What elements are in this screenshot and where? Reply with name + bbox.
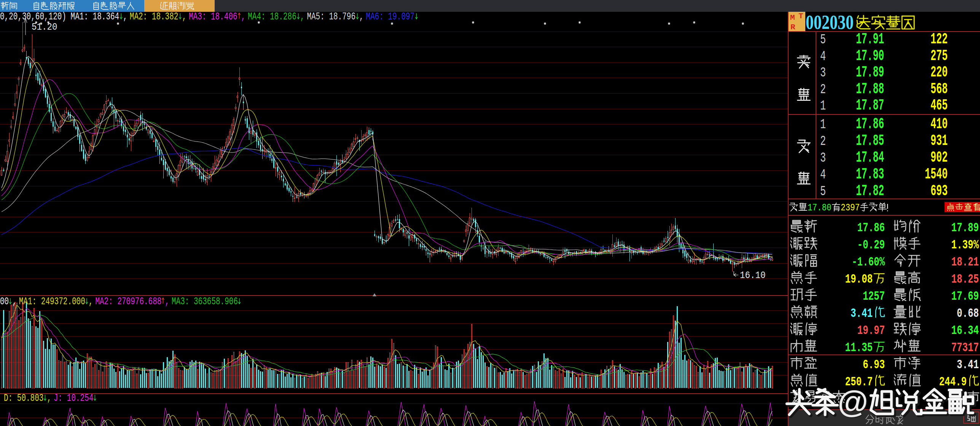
svg-text:18.21: 18.21 (951, 255, 979, 269)
svg-text:002030: 002030 (806, 11, 854, 33)
svg-text:,: , (241, 11, 246, 22)
svg-text:4: 4 (820, 167, 826, 183)
svg-text:693: 693 (931, 183, 948, 200)
svg-text:6.93: 6.93 (863, 358, 885, 372)
svg-text:3.41: 3.41 (851, 306, 873, 321)
svg-text:77317: 77317 (951, 340, 979, 355)
svg-text:,: , (182, 11, 186, 22)
svg-text:410: 410 (931, 116, 948, 133)
svg-text:275: 275 (931, 48, 948, 65)
svg-text:MA3: 18.406: MA3: 18.406 (189, 11, 237, 22)
svg-text:3.41: 3.41 (957, 358, 979, 372)
svg-text:2397: 2397 (841, 202, 860, 213)
svg-text:17.91: 17.91 (856, 31, 884, 48)
svg-text:931: 931 (931, 132, 948, 149)
svg-text:4: 4 (820, 49, 826, 64)
svg-text:17.86: 17.86 (856, 116, 884, 133)
svg-text:5: 5 (820, 184, 826, 199)
svg-text:17.89: 17.89 (951, 221, 979, 235)
svg-text:17.90: 17.90 (856, 48, 884, 65)
svg-text:,: , (12, 296, 17, 307)
svg-text:220: 220 (931, 64, 948, 81)
svg-text:J: 10.254: J: 10.254 (54, 393, 93, 404)
svg-text:2: 2 (820, 82, 826, 97)
svg-text:19.97: 19.97 (857, 323, 885, 338)
svg-text:MA1: 249372.000: MA1: 249372.000 (19, 296, 85, 307)
svg-text:D: 50.803: D: 50.803 (4, 393, 43, 404)
svg-text:17.87: 17.87 (856, 97, 884, 114)
svg-text:MA2: 18.382: MA2: 18.382 (130, 11, 178, 22)
svg-text:MA5: 18.796: MA5: 18.796 (307, 11, 355, 22)
svg-text:1: 1 (820, 117, 826, 132)
svg-text:@: @ (838, 384, 868, 419)
svg-text:,: , (165, 296, 169, 307)
svg-text:R: R (790, 23, 795, 32)
svg-text:,: , (359, 11, 364, 22)
svg-text:11.35: 11.35 (845, 340, 873, 355)
svg-text:17.89: 17.89 (856, 64, 884, 81)
svg-text:0.68: 0.68 (957, 306, 979, 321)
svg-text:17.82: 17.82 (856, 183, 884, 200)
svg-text:17.84: 17.84 (856, 149, 884, 166)
svg-text:3: 3 (820, 65, 826, 81)
svg-text:M: M (790, 13, 795, 22)
svg-text:465: 465 (931, 97, 948, 114)
svg-text:902: 902 (931, 149, 948, 166)
svg-text:1.39%: 1.39% (951, 238, 979, 252)
svg-text:16.34: 16.34 (951, 323, 979, 338)
svg-text:MA6: 19.097: MA6: 19.097 (366, 11, 415, 22)
svg-text:,: , (123, 11, 127, 22)
svg-text:MA4: 18.286: MA4: 18.286 (248, 11, 296, 22)
svg-text:18.25: 18.25 (951, 272, 979, 286)
svg-text:2: 2 (820, 134, 826, 149)
svg-text:17.86: 17.86 (857, 221, 885, 235)
svg-text:17.85: 17.85 (856, 132, 884, 149)
svg-text:568: 568 (931, 81, 948, 98)
svg-text:,: , (47, 393, 51, 404)
svg-text:,: , (300, 11, 305, 22)
svg-text:16.10: 16.10 (740, 270, 766, 281)
svg-text:17.88: 17.88 (856, 81, 884, 98)
svg-text:17.69: 17.69 (951, 289, 979, 304)
svg-text:-0.29: -0.29 (857, 238, 885, 252)
svg-text:,: , (89, 296, 93, 307)
svg-text:5: 5 (820, 32, 826, 48)
svg-text:MA2: 270976.688: MA2: 270976.688 (95, 296, 161, 307)
svg-text:T: T (798, 12, 803, 21)
svg-text:MA3: 363658.906: MA3: 363658.906 (172, 296, 238, 307)
svg-text:17.83: 17.83 (856, 166, 884, 183)
svg-text:1: 1 (820, 98, 826, 114)
svg-text:3: 3 (820, 150, 826, 166)
svg-text:1257: 1257 (863, 289, 885, 304)
svg-text:122: 122 (931, 31, 948, 48)
svg-text:17.80: 17.80 (808, 202, 832, 213)
svg-text:0,20,30,60,120) MA1: 18.364: 0,20,30,60,120) MA1: 18.364 (0, 11, 119, 22)
svg-text:1540: 1540 (925, 166, 948, 183)
svg-text:19.08: 19.08 (845, 272, 873, 286)
svg-text:244.9: 244.9 (939, 375, 967, 389)
svg-text:-1.60%: -1.60% (852, 255, 885, 269)
svg-text:00: 00 (0, 296, 9, 307)
